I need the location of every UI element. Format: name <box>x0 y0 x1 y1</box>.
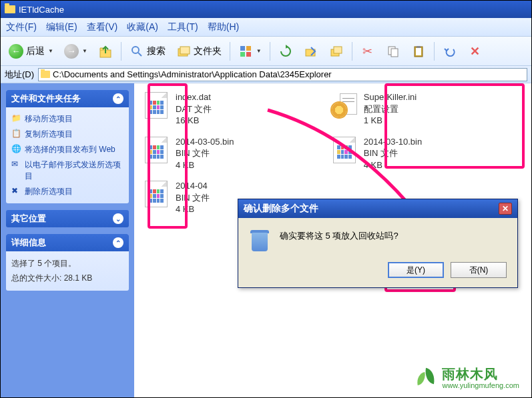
file-item[interactable]: 2014-03-10.bin BIN 文件 4 KB <box>326 132 512 175</box>
file-size: 4 KB <box>364 159 422 171</box>
menu-file[interactable]: 文件(F) <box>6 21 37 33</box>
task-item[interactable]: ✖删除所选项目 <box>11 184 123 199</box>
file-size: 4 KB <box>176 203 210 215</box>
watermark: 雨林木风 www.yulingmufeng.com <box>415 367 519 389</box>
svg-rect-6 <box>246 46 251 51</box>
copy-to-button[interactable] <box>325 42 348 61</box>
address-input[interactable]: C:\Documents and Settings\Administrator\… <box>38 68 527 81</box>
data-file-icon <box>142 91 170 119</box>
menu-help[interactable]: 帮助(H) <box>208 21 239 33</box>
file-list-pane: index.dat DAT 文件 16 KB 2014-03-05.bin BI… <box>134 83 531 397</box>
collapse-icon[interactable]: ⌃ <box>113 93 123 104</box>
panel-title: 文件和文件夹任务 <box>11 93 81 105</box>
chevron-down-icon: ▼ <box>82 48 87 54</box>
no-button[interactable]: 否(N) <box>451 262 507 278</box>
yes-button[interactable]: 是(Y) <box>388 262 444 278</box>
file-item[interactable]: 2014-03-05.bin BIN 文件 4 KB <box>138 132 324 175</box>
close-icon: ✕ <box>468 44 483 59</box>
menu-favorites[interactable]: 收藏(A) <box>127 21 158 33</box>
panel-title: 其它位置 <box>11 213 46 225</box>
folder-up-icon <box>98 44 113 59</box>
back-button[interactable]: ← 后退 ▼ <box>5 42 57 61</box>
folder-icon <box>5 5 15 13</box>
other-places-panel: 其它位置 ⌄ <box>6 210 129 227</box>
file-name: 2014-04 <box>176 180 210 192</box>
file-size: 1 KB <box>364 115 417 127</box>
task-label: 删除所选项目 <box>25 186 73 197</box>
delete-button[interactable]: ✕ <box>464 42 487 61</box>
svg-rect-4 <box>180 47 190 54</box>
task-item[interactable]: 📁移动所选项目 <box>11 111 123 127</box>
menu-view[interactable]: 查看(V) <box>87 21 118 33</box>
dialog-message: 确实要将这 5 项放入回收站吗? <box>280 230 398 242</box>
task-icon: 📁 <box>11 113 21 123</box>
settings-file-icon <box>330 91 358 119</box>
folders-button[interactable]: 文件夹 <box>172 42 226 61</box>
task-item[interactable]: 🌐将选择的项目发布到 Web <box>11 142 123 157</box>
recycle-bin-icon <box>249 230 270 251</box>
file-type: BIN 文件 <box>364 147 422 159</box>
search-icon <box>129 44 144 59</box>
details-selection: 选择了 5 个项目。 <box>11 257 123 271</box>
logo-icon <box>415 367 437 389</box>
views-icon <box>238 44 253 59</box>
menu-tools[interactable]: 工具(T) <box>168 21 198 33</box>
close-button[interactable]: ✕ <box>499 203 512 215</box>
watermark-name: 雨林木风 <box>442 367 519 381</box>
sync-icon <box>278 44 293 59</box>
clipboard-icon <box>411 44 426 59</box>
scissors-icon: ✂ <box>360 44 375 59</box>
folder-move-icon <box>304 44 318 59</box>
forward-arrow-icon: → <box>64 44 79 59</box>
task-label: 移动所选项目 <box>25 113 73 125</box>
toolbar: ← 后退 ▼ → ▼ 搜索 文件夹 ▼ ✂ ✕ <box>1 37 531 66</box>
paste-button[interactable] <box>407 42 430 61</box>
chevron-down-icon: ▼ <box>48 48 53 54</box>
task-item[interactable]: ✉以电子邮件形式发送所选项目 <box>11 157 123 184</box>
data-file-icon <box>142 180 170 208</box>
svg-rect-7 <box>240 52 245 57</box>
menu-bar: 文件(F) 编辑(E) 查看(V) 收藏(A) 工具(T) 帮助(H) <box>1 18 531 37</box>
dialog-title: 确认删除多个文件 <box>244 203 318 215</box>
search-button[interactable]: 搜索 <box>125 42 170 61</box>
panel-title: 详细信息 <box>11 237 46 249</box>
task-label: 以电子邮件形式发送所选项目 <box>25 159 123 182</box>
window-title: IETldCache <box>19 5 64 15</box>
task-item[interactable]: 📋复制所选项目 <box>11 127 123 142</box>
views-button[interactable]: ▼ <box>234 42 266 61</box>
cut-button[interactable]: ✂ <box>356 42 379 61</box>
copy-icon <box>386 44 401 59</box>
file-type: 配置设置 <box>364 103 417 115</box>
undo-icon <box>443 44 457 59</box>
svg-line-2 <box>138 53 142 56</box>
forward-button[interactable]: → ▼ <box>60 42 91 61</box>
watermark-url: www.yulingmufeng.com <box>442 381 519 389</box>
folders-icon <box>176 44 191 59</box>
data-file-icon <box>142 136 170 164</box>
file-size: 4 KB <box>176 159 234 171</box>
up-button[interactable] <box>94 42 117 61</box>
file-name: SuperKiller.ini <box>364 91 417 103</box>
folder-icon <box>41 71 50 78</box>
task-label: 复制所选项目 <box>25 129 73 140</box>
menu-edit[interactable]: 编辑(E) <box>46 21 77 33</box>
svg-rect-13 <box>391 49 398 57</box>
address-label: 地址(D) <box>5 69 34 81</box>
svg-rect-16 <box>417 46 421 48</box>
sidebar: 文件和文件夹任务 ⌃ 📁移动所选项目📋复制所选项目🌐将选择的项目发布到 Web✉… <box>1 83 134 397</box>
sync-button[interactable] <box>274 42 297 61</box>
details-size: 总的文件大小: 28.1 KB <box>11 271 123 286</box>
copy-button[interactable] <box>382 42 405 61</box>
svg-rect-11 <box>334 47 342 53</box>
move-to-button[interactable] <box>300 42 322 61</box>
file-type: DAT 文件 <box>176 103 212 115</box>
collapse-icon[interactable]: ⌃ <box>113 237 123 248</box>
file-name: 2014-03-10.bin <box>364 136 422 148</box>
file-item[interactable]: SuperKiller.ini 配置设置 1 KB <box>326 87 512 131</box>
expand-icon[interactable]: ⌄ <box>113 213 123 224</box>
task-icon: ✖ <box>11 186 21 195</box>
task-label: 将选择的项目发布到 Web <box>25 144 115 155</box>
file-type: BIN 文件 <box>176 147 234 159</box>
undo-button[interactable] <box>439 42 461 61</box>
file-item[interactable]: index.dat DAT 文件 16 KB <box>138 87 324 131</box>
